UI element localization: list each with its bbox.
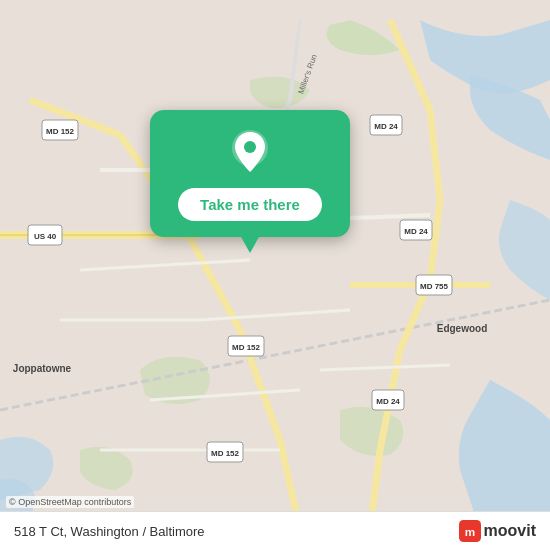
svg-text:MD 152: MD 152 <box>232 343 261 352</box>
svg-text:MD 24: MD 24 <box>404 227 428 236</box>
map-svg: MD 152 MD 152 MD 152 MD 24 MD 24 MD 24 M… <box>0 0 550 550</box>
take-me-there-button[interactable]: Take me there <box>178 188 322 221</box>
moovit-logo: m moovit <box>459 520 536 542</box>
location-pin-icon <box>225 128 275 178</box>
svg-text:MD 152: MD 152 <box>46 127 75 136</box>
svg-text:US 40: US 40 <box>34 232 57 241</box>
svg-text:m: m <box>464 525 474 538</box>
moovit-brand-text: moovit <box>484 522 536 540</box>
svg-text:MD 24: MD 24 <box>374 122 398 131</box>
popup-card: Take me there <box>150 110 350 237</box>
svg-text:MD 152: MD 152 <box>211 449 240 458</box>
moovit-icon: m <box>459 520 481 542</box>
address-label: 518 T Ct, Washington / Baltimore <box>14 524 205 539</box>
svg-text:Joppatowne: Joppatowne <box>13 363 72 374</box>
svg-point-47 <box>244 141 256 153</box>
map-attribution: © OpenStreetMap contributors <box>6 496 134 508</box>
svg-text:MD 24: MD 24 <box>376 397 400 406</box>
svg-text:Edgewood: Edgewood <box>437 323 488 334</box>
bottom-bar: 518 T Ct, Washington / Baltimore m moovi… <box>0 511 550 550</box>
svg-text:MD 755: MD 755 <box>420 282 449 291</box>
map-container: MD 152 MD 152 MD 152 MD 24 MD 24 MD 24 M… <box>0 0 550 550</box>
